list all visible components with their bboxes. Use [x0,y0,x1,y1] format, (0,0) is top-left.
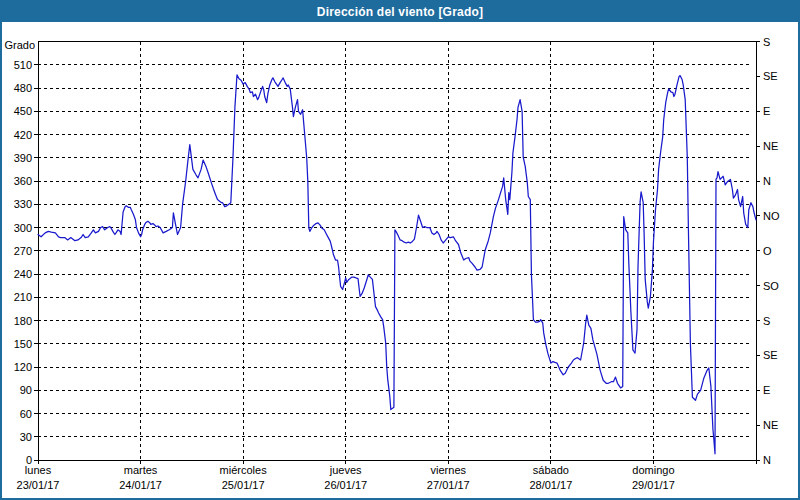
plot-frame [38,42,756,461]
compass-label: S [763,315,770,327]
y-axis-tick-label: 360 [14,175,32,187]
compass-label: SE [763,349,778,361]
compass-label: S [763,36,770,48]
compass-label: NE [763,140,778,152]
day-date-label: 24/01/17 [119,479,162,491]
y-axis-tick-label: 150 [14,338,32,350]
y-axis-tick-label: 420 [14,129,32,141]
y-axis-tick-label: 510 [14,59,32,71]
y-axis-tick-label: 120 [14,361,32,373]
day-name-label: sábado [533,464,569,476]
wind-direction-line [38,75,756,454]
day-date-label: 26/01/17 [324,479,367,491]
day-name-label: martes [124,464,158,476]
compass-label: O [763,245,772,257]
y-axis-tick-label: 180 [14,315,32,327]
y-axis-tick-label: 330 [14,198,32,210]
day-date-label: 28/01/17 [529,479,572,491]
day-name-label: lunes [25,464,52,476]
compass-label: E [763,384,770,396]
y-axis-tick-label: 390 [14,152,32,164]
y-axis-tick-label: 480 [14,82,32,94]
compass-label: N [763,175,771,187]
app-window: Dirección del viento [Grado] 03060901201… [0,0,800,500]
y-axis-tick-label: 240 [14,268,32,280]
day-date-label: 25/01/17 [222,479,265,491]
day-date-label: 29/01/17 [632,479,675,491]
day-date-label: 27/01/17 [427,479,470,491]
day-date-label: 23/01/17 [17,479,60,491]
compass-label: NO [763,210,780,222]
day-name-label: viernes [431,464,467,476]
y-axis-tick-label: 300 [14,222,32,234]
day-name-label: miércoles [220,464,268,476]
compass-label: SO [763,280,779,292]
y-axis-title: Grado [4,39,35,51]
wind-direction-chart: 0306090120150180210240270300330360390420… [0,0,800,500]
y-axis-tick-label: 30 [20,431,32,443]
y-axis-tick-label: 270 [14,245,32,257]
compass-label: N [763,454,771,466]
y-axis-tick-label: 60 [20,408,32,420]
compass-label: SE [763,70,778,82]
y-axis-tick-label: 450 [14,105,32,117]
compass-label: E [763,105,770,117]
day-name-label: domingo [632,464,674,476]
y-axis-tick-label: 210 [14,291,32,303]
y-axis-tick-label: 90 [20,384,32,396]
day-name-label: jueves [329,464,362,476]
compass-label: NE [763,419,778,431]
